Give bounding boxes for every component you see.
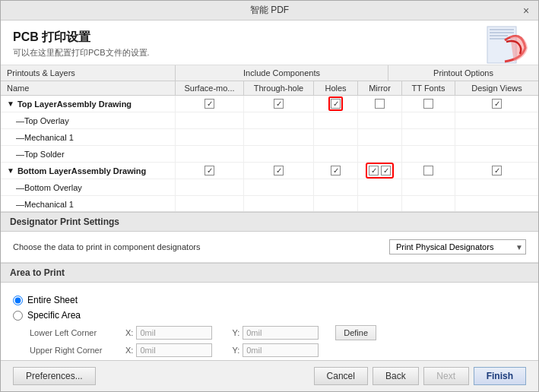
cell-holes-5[interactable] [314,163,358,179]
row-expand-icon-5[interactable]: ▼ [7,166,14,175]
checkbox-ttfonts-1[interactable] [423,99,433,109]
cell-dv3 [455,129,538,145]
cell-ttfonts-1[interactable] [402,96,455,112]
upper-right-y-group: Y: [232,343,319,357]
header-section: PCB 打印设置 可以在这里配置打印PCB文件的设置. [1,21,538,65]
cell-h4 [314,146,358,162]
cell-designviews-1[interactable] [455,96,538,112]
cell-s3 [176,129,244,145]
table-row: —Mechanical 1 [1,129,538,146]
upper-right-x-label: X: [125,346,133,355]
preferences-button[interactable]: Preferences... [13,367,96,385]
checkbox-mirror-5b[interactable] [381,166,391,175]
lower-left-row: Lower Left Corner X: Y: Define [30,325,526,340]
holes-highlight-1 [328,96,343,111]
checkbox-mirror-5a[interactable] [369,166,379,175]
cell-m3 [358,129,402,145]
sub-header-designviews: Design Views [455,81,538,95]
designator-dropdown-wrapper: Print Physical Designators Print Logical… [389,239,526,254]
cell-tf3 [402,129,455,145]
cell-mirror-1[interactable] [358,96,402,112]
define-button[interactable]: Define [335,325,376,340]
table-body: ▼ Top LayerAssembly Drawing [1,96,538,211]
table-row: —Top Overlay [1,112,538,129]
cell-surface-1[interactable] [176,96,244,112]
checkbox-holes-5[interactable] [331,166,341,175]
row-name-4: —Top Solder [1,146,176,162]
label-specific-area[interactable]: Specific Area [27,310,81,321]
upper-right-x-input[interactable] [136,343,212,357]
cell-t4 [244,146,314,162]
table-row: —Bottom Overlay [1,179,538,196]
label-entire-sheet[interactable]: Entire Sheet [27,295,78,305]
checkbox-surface-1[interactable] [205,99,214,109]
page-title: PCB 打印设置 [13,30,526,46]
upper-right-y-input[interactable] [243,343,319,357]
table-row: —Mechanical 1 [1,196,538,211]
cell-mirror-5[interactable] [358,163,402,179]
checkbox-designviews-1[interactable] [492,99,502,109]
checkbox-surface-5[interactable] [205,166,214,175]
cell-through-5[interactable] [244,163,314,179]
checkbox-designviews-5[interactable] [492,166,502,175]
area-section: Entire Sheet Specific Area Lower Left Co… [1,283,538,360]
cancel-button[interactable]: Cancel [314,367,368,385]
table-section: Printouts & Layers Include Components Pr… [1,65,538,212]
cell-m6 [358,179,402,195]
upper-right-label: Upper Right Corner [30,346,121,355]
row-name: ▼ Top LayerAssembly Drawing [1,96,176,112]
cell-m2 [358,112,402,128]
lower-left-label: Lower Left Corner [30,328,121,337]
cell-ttfonts-5[interactable] [402,163,455,179]
back-button[interactable]: Back [373,367,419,385]
row-name-text-5: Bottom LayerAssembly Drawing [17,166,146,175]
cell-through-1[interactable] [244,96,314,112]
app-logo [484,25,529,65]
close-button[interactable]: × [520,5,532,17]
cell-s4 [176,146,244,162]
sub-header-mirror: Mirror [358,81,402,95]
sub-header-holes: Holes [314,81,358,95]
cell-dv2 [455,112,538,128]
finish-button[interactable]: Finish [474,367,526,385]
checkbox-ttfonts-5[interactable] [423,166,433,175]
lower-left-y-group: Y: [232,326,319,340]
radio-entire-sheet[interactable] [13,296,23,305]
lower-left-y-label: Y: [232,328,239,337]
cell-tf4 [402,146,455,162]
checkbox-holes-1[interactable] [331,99,341,109]
row-name-5: ▼ Bottom LayerAssembly Drawing [1,163,176,179]
cell-dv6 [455,179,538,195]
cell-tf2 [402,112,455,128]
cell-h3 [314,129,358,145]
table-row: —Top Solder [1,146,538,163]
lower-left-x-input[interactable] [136,326,212,340]
footer-left: Preferences... [13,367,96,385]
svg-rect-3 [490,35,508,36]
designator-dropdown[interactable]: Print Physical Designators Print Logical… [389,239,526,254]
cell-surface-5[interactable] [176,163,244,179]
designator-section: Choose the data to print in component de… [1,232,538,263]
checkbox-mirror-1[interactable] [375,99,385,109]
checkbox-through-5[interactable] [274,166,284,175]
cell-holes-1[interactable] [314,96,358,112]
cell-dv7 [455,196,538,211]
cell-s2 [176,112,244,128]
lower-left-y-input[interactable] [243,326,319,340]
row-expand-icon[interactable]: ▼ [7,100,14,108]
radio-row-specific: Specific Area [13,310,526,321]
cell-tf7 [402,196,455,211]
checkbox-through-1[interactable] [274,99,284,109]
svg-rect-1 [490,29,514,30]
main-window: 智能 PDF × PCB 打印设置 可以在这里配置打印PCB文件的设置. [0,0,539,392]
cell-dv4 [455,146,538,162]
table-sub-header: Name Surface-mo... Through-hole Holes Mi… [1,81,538,96]
next-button[interactable]: Next [423,367,469,385]
cell-m4 [358,146,402,162]
title-bar: 智能 PDF × [1,1,538,21]
sub-header-name: Name [1,81,176,95]
cell-designviews-5[interactable] [455,163,538,179]
row-name-3: —Mechanical 1 [1,129,176,145]
col-header-include: Include Components [176,65,388,81]
radio-specific-area[interactable] [13,311,23,321]
